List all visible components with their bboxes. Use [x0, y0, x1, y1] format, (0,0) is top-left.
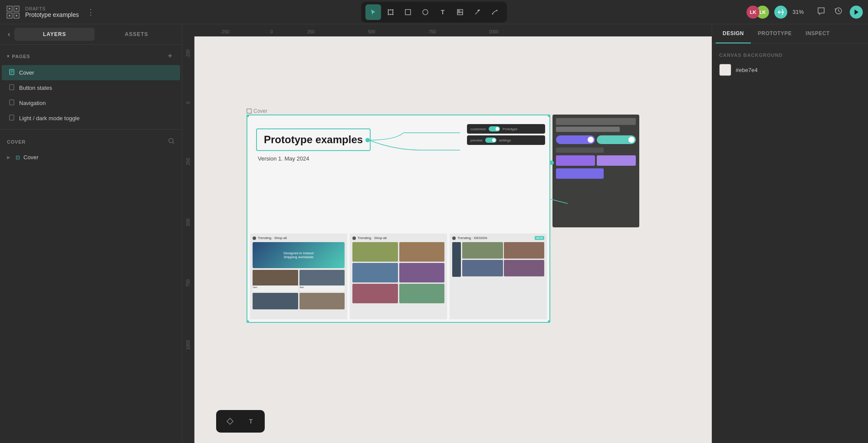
gallery-col-1: Trending · Shop all Designed in IrelandS… [250, 233, 347, 319]
layers-header: COVER [0, 135, 182, 151]
proto-version: Version 1. May 2024 [258, 155, 463, 162]
svg-rect-33 [10, 100, 14, 105]
gallery-row3-1 [452, 242, 544, 277]
canvas-bg-row: #ebe7e4 [719, 64, 861, 76]
canvas-bg-value: #ebe7e4 [736, 67, 758, 73]
tab-inspect[interactable]: INSPECT [799, 24, 837, 43]
gcard-2c [352, 263, 398, 282]
tab-prototype[interactable]: PROTOTYPE [751, 24, 799, 43]
page-item-navigation[interactable]: Navigation [2, 95, 180, 111]
text-tool-bottom-btn[interactable]: T [243, 413, 259, 429]
op-toggle1 [556, 135, 595, 144]
ruler-top: -250 0 250 500 750 1000 [194, 24, 712, 36]
svg-rect-6 [9, 15, 10, 16]
path-tool-btn[interactable] [487, 4, 503, 20]
component-tool-btn[interactable] [222, 413, 238, 429]
right-tabs: DESIGN PROTOTYPE INSPECT [712, 24, 868, 44]
main-content: ‹ LAYERS ASSETS ▾ PAGES + Cover [0, 24, 868, 443]
canvas-content: Cover Prototype examples Versi [194, 36, 712, 443]
left-panel: ‹ LAYERS ASSETS ▾ PAGES + Cover [0, 24, 182, 443]
tab-design[interactable]: DESIGN [716, 24, 751, 43]
dot1 [253, 236, 256, 240]
svg-rect-37 [247, 109, 251, 113]
kebab-menu[interactable]: ⋮ [83, 6, 98, 19]
image-tool-btn[interactable] [452, 4, 468, 20]
page-item-cover[interactable]: Cover [2, 65, 180, 80]
page-icon-button-states [9, 84, 15, 92]
gallery-area: Trending · Shop all Designed in IrelandS… [247, 231, 549, 322]
pages-label: ▾ PAGES [7, 54, 30, 59]
page-icon-dark-mode [9, 115, 15, 122]
gallery-col-3: Trending · DESIGN NEW [450, 233, 547, 319]
circle-tool-btn[interactable] [418, 4, 433, 20]
gcard-2d [399, 263, 445, 282]
gallery-col2-header: Trending · Shop all [352, 236, 444, 240]
prototype-title-area: Prototype examples Version 1. May 2024 [256, 128, 463, 162]
page-item-dark-mode[interactable]: Light / dark mode toggle [2, 111, 180, 126]
share-button[interactable] [774, 6, 787, 19]
dot3 [452, 236, 456, 240]
history-icon[interactable] [832, 5, 845, 19]
page-item-button-states[interactable]: Button states [2, 80, 180, 95]
svg-line-36 [173, 142, 174, 144]
svg-rect-32 [10, 85, 14, 90]
tab-layers[interactable]: LAYERS [14, 28, 95, 41]
layer-item-cover[interactable]: ▶ ⊡ Cover [0, 151, 182, 164]
svg-rect-4 [9, 8, 10, 10]
main-frame[interactable]: Prototype examples Version 1. May 2024 c… [247, 115, 550, 323]
card-1d [299, 293, 345, 309]
handle-tr [548, 115, 549, 117]
tab-assets[interactable]: ASSETS [96, 28, 177, 41]
op-row3 [556, 148, 604, 153]
card-1b: Item [299, 270, 345, 292]
layer-frame-icon: ⊡ [16, 154, 20, 161]
overflow-panel-right [552, 115, 639, 227]
mini-ui-right: customize Prototype preview settings [467, 124, 545, 145]
text-tool-btn[interactable]: T [435, 4, 450, 20]
col3-card3 [462, 260, 503, 276]
gallery-row-1: Item Item [253, 270, 345, 292]
move-tool-btn[interactable] [365, 4, 381, 20]
svg-point-24 [458, 10, 460, 12]
card-1a: Item [253, 270, 298, 292]
toggle-on-2 [485, 138, 496, 143]
gallery-col1-header: Trending · Shop all [253, 236, 345, 240]
col3-title: Trending · DESIGN [452, 236, 487, 240]
svg-point-35 [169, 138, 173, 143]
op-toggle2 [597, 135, 636, 144]
ruler-mark-left-0: 0 [186, 102, 191, 104]
handle-tl [247, 115, 249, 117]
panel-back-btn[interactable]: ‹ [5, 29, 13, 40]
hero-img: Designed in IrelandShipping worldwide [253, 242, 345, 268]
right-panel: DESIGN PROTOTYPE INSPECT CANVAS BACKGROU… [712, 24, 868, 443]
col3-card2 [504, 242, 545, 259]
ruler-corner [182, 24, 194, 36]
mini-panel-2: preview settings [467, 135, 545, 145]
draft-label: DRAFTS [25, 6, 79, 11]
add-page-btn[interactable]: + [165, 51, 175, 62]
rect-tool-btn[interactable] [400, 4, 416, 20]
comment-icon[interactable] [815, 5, 827, 19]
avatar-user1[interactable]: LK [746, 6, 760, 19]
ruler-mark-750: 750 [429, 30, 436, 34]
mini-panel-1: customize Prototype [467, 124, 545, 134]
layers-search-btn[interactable] [168, 138, 175, 146]
main-toolbar: T [361, 2, 507, 23]
ruler-mark-left-500: 500 [186, 219, 191, 226]
gallery-col-2: Trending · Shop all [350, 233, 447, 319]
top-bar-center: T [361, 2, 507, 23]
pen-tool-btn[interactable] [470, 4, 485, 20]
canvas-area[interactable]: -250 0 250 500 750 1000 -250 0 250 500 7… [182, 24, 712, 443]
canvas-bg-swatch[interactable] [719, 64, 731, 76]
panel-tabs: ‹ LAYERS ASSETS [0, 24, 182, 45]
ruler-left: -250 0 250 500 750 1000 [182, 36, 194, 443]
purple-btn2 [597, 155, 636, 166]
zoom-level[interactable]: 31% [792, 9, 810, 15]
play-button[interactable] [850, 6, 863, 19]
gallery-row-2 [253, 293, 345, 309]
frame-tool-btn[interactable] [383, 4, 398, 20]
page-label-button-states: Button states [19, 85, 52, 91]
page-label-navigation: Navigation [19, 100, 46, 106]
avatars-group: LK LK [746, 6, 769, 19]
gcard-2f [399, 284, 445, 303]
